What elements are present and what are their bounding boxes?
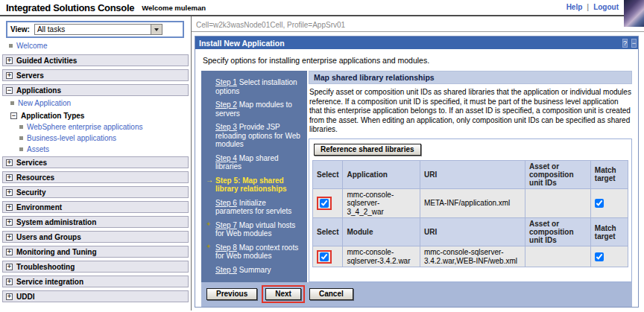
bullet-icon bbox=[19, 125, 23, 129]
expand-icon[interactable]: + bbox=[6, 189, 13, 196]
sidebar-section-services[interactable]: + Services bbox=[2, 156, 189, 168]
wizard-steps: Step 1 Select installation options Step … bbox=[201, 71, 307, 282]
sidebar-item-assets[interactable]: Assets bbox=[19, 145, 191, 153]
app-title: Integrated Solutions Console bbox=[6, 2, 134, 13]
cancel-button[interactable]: Cancel bbox=[309, 288, 353, 300]
chevron-down-icon[interactable] bbox=[151, 25, 162, 34]
step-9-link[interactable]: Step 9 bbox=[215, 266, 237, 274]
next-button[interactable]: Next bbox=[265, 288, 301, 300]
annotation-box-module-checkbox bbox=[317, 250, 332, 264]
panel-body: Specify options for installing enterpris… bbox=[195, 49, 638, 307]
section-label: Applications bbox=[16, 86, 61, 95]
sidebar-group-application-types[interactable]: − Application Types bbox=[10, 112, 191, 120]
section-label: UDDI bbox=[16, 293, 34, 301]
assets-link[interactable]: Assets bbox=[27, 145, 49, 153]
panel-titlebar: Install New Application ? − bbox=[195, 36, 638, 49]
column-header-asset-ids: Asset or composition unit IDs bbox=[525, 160, 591, 188]
section-label: Environment bbox=[16, 203, 62, 211]
reference-shared-libraries-button[interactable]: Reference shared libraries bbox=[314, 144, 421, 156]
module-row: mmc-console-sqlserver-3.4.2.war mmc-cons… bbox=[313, 246, 628, 267]
expand-icon[interactable]: + bbox=[6, 204, 13, 211]
panel-help-button[interactable]: ? bbox=[622, 39, 628, 48]
wizard-step-9: Step 9 Summary bbox=[206, 266, 303, 275]
wizard-step-1: Step 1 Select installation options bbox=[206, 78, 303, 95]
column-header-uri: URI bbox=[420, 218, 525, 246]
expand-icon[interactable]: + bbox=[6, 159, 13, 166]
sidebar-section-resources[interactable]: + Resources bbox=[2, 171, 189, 183]
wizard-footer: PreviousNextCancel bbox=[201, 282, 632, 307]
expand-icon[interactable]: + bbox=[6, 174, 13, 181]
wizard-step-7: ✦ Step 7 Map virtual hosts for Web modul… bbox=[206, 221, 303, 238]
expand-icon[interactable]: + bbox=[6, 249, 13, 255]
sidebar-section-servers[interactable]: + Servers bbox=[2, 69, 189, 81]
section-label: Monitoring and Tuning bbox=[16, 248, 97, 256]
sidebar-section-service-integration[interactable]: + Service integration bbox=[2, 276, 189, 287]
sidebar-section-system-administration[interactable]: + System administration bbox=[2, 216, 189, 228]
websphere-enterprise-applications-link[interactable]: WebSphere enterprise applications bbox=[27, 123, 142, 131]
welcome-link[interactable]: Welcome bbox=[16, 42, 48, 50]
column-header-match-target: Match target bbox=[590, 160, 628, 188]
expand-icon[interactable]: + bbox=[6, 234, 13, 241]
view-select[interactable]: All tasks bbox=[34, 24, 162, 35]
sidebar-section-environment[interactable]: + Environment bbox=[2, 201, 189, 213]
collapse-icon[interactable]: − bbox=[6, 87, 13, 94]
bullet-icon bbox=[19, 147, 23, 151]
step-8-link[interactable]: Step 8 bbox=[215, 243, 237, 252]
section-label: Security bbox=[16, 188, 45, 197]
column-header-match-target: Match target bbox=[590, 218, 628, 246]
sidebar-section-monitoring-and-tuning[interactable]: + Monitoring and Tuning bbox=[2, 246, 189, 258]
step-star-icon: ✦ bbox=[206, 243, 215, 252]
expand-icon[interactable]: + bbox=[6, 264, 13, 270]
wizard-step-4: Step 4 Map shared libraries bbox=[206, 154, 303, 171]
module-name-cell: mmc-console-sqlserver-3.4.2.war bbox=[343, 246, 420, 267]
wizard-step-2: Step 2 Map modules to servers bbox=[206, 101, 303, 118]
module-match-target-checkbox[interactable] bbox=[595, 252, 604, 261]
application-select-checkbox[interactable] bbox=[320, 199, 329, 208]
step-2-link[interactable]: Step 2 bbox=[215, 101, 237, 109]
help-link[interactable]: Help bbox=[566, 3, 583, 11]
instruction-text: Specify options for installing enterpris… bbox=[203, 56, 632, 65]
new-application-link[interactable]: New Application bbox=[18, 99, 71, 107]
collapse-icon[interactable]: − bbox=[10, 112, 17, 119]
navigation-sidebar: View: All tasks Welcome + Guided Activit… bbox=[0, 16, 192, 311]
section-label: System administration bbox=[16, 218, 96, 226]
sidebar-item-business-level-applications[interactable]: Business-level applications bbox=[19, 134, 191, 142]
sidebar-item-websphere-enterprise-applications[interactable]: WebSphere enterprise applications bbox=[19, 123, 191, 131]
expand-icon[interactable]: + bbox=[6, 72, 13, 79]
module-match-target-cell bbox=[590, 246, 628, 267]
sidebar-section-uddi[interactable]: + UDDI bbox=[2, 290, 189, 302]
step-6-link[interactable]: Step 6 bbox=[215, 199, 237, 207]
sidebar-section-users-and-groups[interactable]: + Users and Groups bbox=[2, 231, 189, 243]
annotation-box-next-button: Next bbox=[262, 285, 305, 303]
module-select-checkbox[interactable] bbox=[320, 252, 329, 261]
step-1-link[interactable]: Step 1 bbox=[215, 78, 237, 86]
step-4-link[interactable]: Step 4 bbox=[215, 154, 237, 162]
application-row: mmc-console-sqlserver-3_4_2_war META-INF… bbox=[313, 188, 628, 218]
expand-icon[interactable]: + bbox=[6, 293, 13, 300]
previous-button[interactable]: Previous bbox=[206, 288, 257, 300]
step-5-label: Step 5: bbox=[215, 176, 240, 185]
top-banner: Integrated Solutions Console Welcome mul… bbox=[0, 0, 644, 16]
wizard-step-6: Step 6 Initialize parameters for servlet… bbox=[206, 199, 303, 216]
section-label: Troubleshooting bbox=[16, 263, 75, 271]
section-title: Map shared library relationships bbox=[309, 71, 632, 84]
column-header-select: Select bbox=[313, 160, 343, 188]
sidebar-section-troubleshooting[interactable]: + Troubleshooting bbox=[2, 261, 189, 273]
expand-icon[interactable]: + bbox=[6, 219, 13, 226]
sidebar-item-new-application[interactable]: New Application bbox=[10, 99, 191, 107]
section-label: Users and Groups bbox=[16, 233, 81, 241]
sidebar-section-security[interactable]: + Security bbox=[2, 186, 189, 198]
sidebar-section-guided-activities[interactable]: + Guided Activities bbox=[2, 54, 189, 66]
step-3-link[interactable]: Step 3 bbox=[215, 123, 237, 131]
step-7-link[interactable]: Step 7 bbox=[215, 221, 237, 229]
application-match-target-checkbox[interactable] bbox=[595, 199, 604, 208]
sidebar-section-applications[interactable]: − Applications bbox=[2, 84, 189, 96]
logout-link[interactable]: Logout bbox=[593, 3, 619, 11]
panel-title: Install New Application bbox=[199, 39, 285, 48]
sidebar-item-welcome[interactable]: Welcome bbox=[9, 42, 191, 50]
expand-icon[interactable]: + bbox=[6, 57, 13, 64]
module-asset-ids-cell bbox=[525, 246, 591, 267]
business-level-applications-link[interactable]: Business-level applications bbox=[27, 134, 116, 142]
panel-minimize-button[interactable]: − bbox=[631, 39, 637, 48]
expand-icon[interactable]: + bbox=[6, 278, 13, 285]
